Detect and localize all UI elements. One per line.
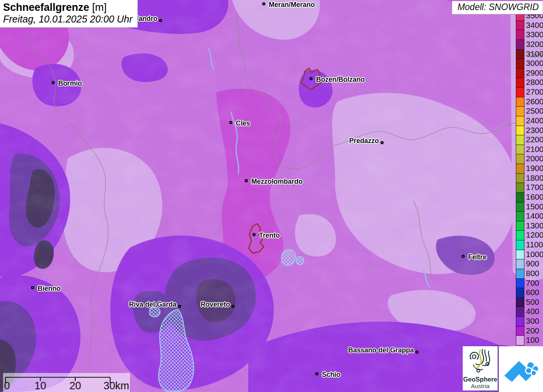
- geosphere-logo-text: GeoSphere: [463, 376, 498, 383]
- city-label: Riva del Garda: [129, 300, 176, 309]
- city-label: Bienno: [38, 285, 61, 293]
- city-dot-icon: [52, 81, 55, 84]
- legend-swatch: [516, 30, 524, 40]
- legend-entry-1200: 1200: [516, 230, 543, 240]
- legend-value: 2300: [526, 126, 543, 135]
- city-label: Bormio: [58, 79, 82, 88]
- city-label: Feltre: [468, 253, 487, 261]
- legend-entry-1900: 1900: [516, 164, 543, 173]
- legend-value: 3200: [526, 40, 543, 49]
- legend-value: 2100: [526, 145, 543, 154]
- legend-value: 500: [526, 297, 539, 307]
- title-box: Schneefallgrenze [m] Freitag, 10.01.2025…: [0, 0, 138, 28]
- legend-entry-3300: 3300: [516, 30, 543, 40]
- city-label: Trento: [259, 231, 280, 240]
- legend-value: 1400: [526, 211, 543, 221]
- city-dot-icon: [415, 351, 418, 354]
- legend-swatch: [516, 230, 524, 240]
- legend-value: 1300: [526, 221, 543, 231]
- geosphere-logo-subtext: Austria: [463, 383, 498, 389]
- legend-swatch: [516, 106, 524, 116]
- legend-swatch: [516, 97, 524, 107]
- scale-label-10: 10: [35, 380, 46, 392]
- legend-entry-700: 700: [516, 278, 543, 288]
- legend-value: 1500: [526, 202, 543, 212]
- legend-value: 100: [526, 335, 539, 345]
- map-title-line: Schneefallgrenze [m]: [3, 2, 133, 14]
- legend-swatch: [516, 87, 524, 97]
- geosphere-logo: GeoSphere Austria: [463, 346, 498, 390]
- map-title: Schneefallgrenze: [3, 2, 89, 13]
- legend-swatch: [516, 278, 524, 288]
- legend-swatch: [516, 78, 524, 88]
- legend-value: 1800: [526, 173, 543, 183]
- city-label: Bozen/Bolzano: [316, 76, 365, 84]
- legend-value: 2400: [526, 116, 543, 126]
- city-dot-icon: [262, 2, 265, 5]
- legend-swatch: [516, 250, 524, 260]
- city-dot-icon: [159, 19, 162, 22]
- city-dot-icon: [380, 141, 384, 144]
- legend-swatch: [516, 297, 524, 307]
- legend-entry-2200: 2200: [516, 135, 543, 145]
- legend-swatch: [516, 269, 524, 279]
- legend-value: 600: [526, 288, 539, 297]
- legend-swatch: [516, 259, 524, 269]
- legend-swatch: [516, 173, 524, 183]
- legend-value: 1200: [526, 230, 543, 240]
- city-dot-icon: [315, 372, 318, 375]
- legend-value: 300: [526, 316, 539, 326]
- legend-entry-3200: 3200: [516, 40, 543, 49]
- legend-swatch: [516, 116, 524, 126]
- legend-value: 400: [526, 307, 539, 316]
- legend-swatch: [516, 40, 524, 50]
- city-dot-icon: [31, 286, 34, 289]
- legend-entry-1700: 1700: [516, 183, 543, 192]
- legend-entry-800: 800: [516, 269, 543, 278]
- hillshade-dark: [0, 0, 543, 392]
- legend-value: 2700: [526, 87, 543, 97]
- legend-entry-400: 400: [516, 307, 543, 316]
- scale-label-30km: 30km: [104, 380, 129, 392]
- legend-value: 3000: [526, 59, 543, 68]
- legend-swatch: [516, 221, 524, 231]
- geosphere-logo-icon: [465, 346, 495, 375]
- legend-value: 2200: [526, 135, 543, 145]
- city-label: Predazzo: [349, 137, 379, 145]
- legend-entry-1100: 1100: [516, 240, 543, 250]
- legend-value: 2600: [526, 97, 543, 107]
- city-dot-icon: [245, 179, 248, 182]
- legend-value: 3400: [526, 21, 543, 30]
- weather-map-canvas: [0, 0, 543, 392]
- legend-swatch: [516, 192, 524, 202]
- legend-entry-2100: 2100: [516, 145, 543, 154]
- legend-value: 2800: [526, 78, 543, 87]
- legend-swatch: [516, 164, 524, 174]
- city-dot-icon: [252, 233, 256, 236]
- legend-entry-100: 100: [516, 335, 543, 345]
- legend-entry-3000: 3000: [516, 59, 543, 68]
- legend-entry-1800: 1800: [516, 173, 543, 183]
- legend-swatch: [516, 68, 524, 78]
- legend-swatch: [516, 211, 524, 221]
- city-dot-icon: [462, 255, 465, 258]
- city-dot-icon: [178, 305, 181, 308]
- legend-swatch: [516, 49, 524, 59]
- legend-swatch: [516, 240, 524, 250]
- legend-swatch: [516, 335, 524, 345]
- legend-value: 1900: [526, 164, 543, 173]
- city-label: Meran/Merano: [269, 1, 315, 9]
- city-dot-icon: [232, 305, 235, 308]
- legend-swatch: [516, 135, 524, 145]
- legend-entry-200: 200: [516, 326, 543, 336]
- city-label: Bassano del Grappa: [348, 346, 414, 354]
- legend-value: 3100: [526, 49, 543, 59]
- legend-value: 200: [526, 326, 539, 336]
- scale-label-20: 20: [69, 380, 81, 392]
- scale-label-0: 0: [4, 380, 10, 392]
- legend-swatch: [516, 21, 524, 31]
- legend-swatch: [516, 183, 524, 193]
- legend-entry-2400: 2400: [516, 116, 543, 126]
- model-box: Modell: SNOWGRID: [452, 1, 543, 14]
- legend-entry-1600: 1600: [516, 192, 543, 202]
